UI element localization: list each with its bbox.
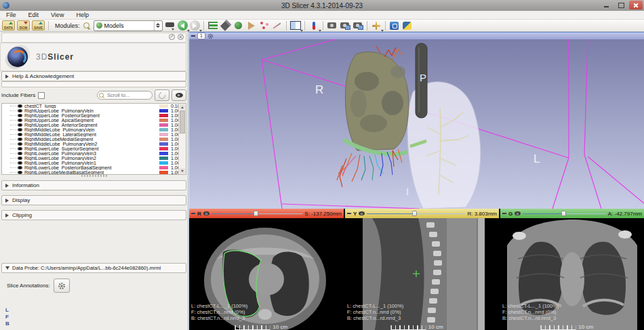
- model-color-swatch[interactable]: [159, 114, 168, 117]
- model-row[interactable]: RightUpperLobe_PulmonaryVein1.00: [2, 108, 186, 113]
- module-back-button[interactable]: [178, 20, 188, 30]
- combobox-spinner[interactable]: [154, 21, 162, 30]
- right-lung-model[interactable]: [345, 52, 408, 150]
- visibility-eye-icon[interactable]: [18, 166, 22, 169]
- model-color-swatch[interactable]: [159, 119, 168, 122]
- scene-view-capture-button[interactable]: [340, 20, 350, 30]
- model-color-swatch[interactable]: [159, 123, 168, 127]
- visibility-eye-icon[interactable]: [18, 114, 22, 117]
- panel-pin-icon[interactable]: [169, 34, 175, 40]
- red-slice-slider[interactable]: [212, 211, 303, 216]
- model-row[interactable]: RightMiddleLobe_PulmonaryVein21.00: [2, 142, 186, 146]
- load-data-button[interactable]: DATA: [2, 20, 15, 30]
- scroll-to-input[interactable]: [97, 91, 153, 100]
- yellow-visibility-eye-icon[interactable]: [359, 211, 365, 215]
- model-color-swatch[interactable]: [159, 128, 168, 131]
- model-row[interactable]: RightUpperLobe_PosteriorSegment1.00: [2, 113, 186, 118]
- model-color-swatch[interactable]: [159, 171, 168, 174]
- annotations-button[interactable]: [272, 20, 283, 30]
- red-pin-icon[interactable]: [191, 213, 195, 214]
- close-button[interactable]: [629, 1, 643, 9]
- minimize-button[interactable]: [599, 1, 613, 9]
- view3d-gear-icon[interactable]: [207, 33, 214, 39]
- model-row[interactable]: RightLowerLobe_PulmonaryVein21.00: [2, 156, 186, 161]
- visibility-eye-icon[interactable]: [18, 104, 22, 108]
- model-row[interactable]: RightMiddleLobe_PulmonaryVein1.00: [2, 127, 186, 132]
- visibility-eye-icon[interactable]: [18, 123, 22, 127]
- visibility-eye-icon[interactable]: [18, 133, 22, 136]
- section-display[interactable]: Display: [1, 195, 186, 205]
- module-forward-button[interactable]: [190, 20, 200, 30]
- model-color-swatch[interactable]: [159, 157, 168, 160]
- model-row[interactable]: RightLowerLobe_SuperiorSegment1.00: [2, 146, 186, 151]
- visibility-eye-icon[interactable]: [18, 147, 22, 150]
- green-slider-handle[interactable]: [561, 211, 566, 216]
- menu-file[interactable]: File: [0, 12, 22, 18]
- scrollbar-thumb[interactable]: [180, 110, 185, 133]
- model-color-swatch[interactable]: [159, 142, 168, 146]
- view3d-viewport[interactable]: R P L I: [189, 39, 644, 209]
- model-color-swatch[interactable]: [159, 133, 168, 136]
- volume-rendering-button[interactable]: [220, 20, 231, 30]
- red-slider-handle[interactable]: [254, 211, 258, 216]
- model-row[interactable]: RightMiddleLobe_LateralSegment1.00: [2, 132, 186, 137]
- python-console-button[interactable]: [402, 20, 413, 30]
- model-row[interactable]: chestCT_lungs0.18: [2, 104, 186, 108]
- red-visibility-eye-icon[interactable]: [203, 211, 209, 215]
- maximize-button[interactable]: [614, 1, 628, 9]
- subject-hierarchy-button[interactable]: [207, 20, 218, 30]
- panel-close-icon[interactable]: [178, 34, 184, 40]
- view3d-pin-icon[interactable]: [191, 35, 195, 37]
- visibility-eye-icon[interactable]: [18, 138, 22, 141]
- green-visibility-eye-icon[interactable]: [515, 211, 521, 215]
- visibility-all-button[interactable]: [172, 89, 186, 101]
- visibility-eye-icon[interactable]: [18, 128, 22, 131]
- models-button[interactable]: [246, 20, 257, 30]
- module-search-icon[interactable]: [83, 22, 89, 28]
- model-row[interactable]: RightMiddleLobeMedialSegment1.00: [2, 137, 186, 142]
- visibility-eye-icon[interactable]: [18, 142, 22, 146]
- markups-button[interactable]: [259, 20, 270, 30]
- model-color-swatch[interactable]: [159, 138, 168, 141]
- red-slice-viewport[interactable]: L: chestCT-L..._1 (100%)F: chestCT.n...n…: [189, 218, 344, 330]
- visibility-eye-icon[interactable]: [18, 161, 22, 165]
- mouse-mode-button[interactable]: [308, 20, 319, 30]
- model-color-swatch[interactable]: [159, 147, 168, 150]
- list-scrollbar[interactable]: [178, 104, 186, 174]
- include-fibers-checkbox[interactable]: [38, 92, 45, 99]
- screenshot-button[interactable]: [327, 20, 338, 30]
- model-color-swatch[interactable]: [159, 104, 168, 108]
- refresh-button[interactable]: [155, 89, 169, 101]
- visibility-eye-icon[interactable]: [18, 157, 22, 160]
- model-color-swatch[interactable]: [159, 152, 168, 155]
- model-row[interactable]: RightLowerLobe_PulmonaryVein11.00: [2, 161, 186, 165]
- model-row[interactable]: RightUpperLobe_AnteriorSegment1.00: [2, 123, 186, 127]
- section-help-acknowledgement[interactable]: Help & Acknowledgement: [1, 71, 186, 81]
- section-data-probe[interactable]: Data Probe: C:/Users/aminp/AppData/L...b…: [1, 263, 186, 273]
- menu-edit[interactable]: Edit: [22, 12, 45, 18]
- splitter-handle[interactable]: [81, 175, 107, 177]
- model-row[interactable]: RightLowerLobeMedialBasalSegment1.00: [2, 170, 186, 175]
- model-row[interactable]: RightUpperLobe_ApicalSegment1.00: [2, 118, 186, 123]
- crosshair-button[interactable]: [371, 20, 382, 30]
- menu-help[interactable]: Help: [70, 12, 95, 18]
- menu-view[interactable]: View: [45, 12, 70, 18]
- section-clipping[interactable]: Clipping: [1, 210, 186, 220]
- model-row[interactable]: RightLowerLobe_PulmonaryVein31.00: [2, 151, 186, 156]
- green-pin-icon[interactable]: [502, 213, 506, 214]
- save-button[interactable]: SAVE: [32, 20, 45, 30]
- module-history-button[interactable]: [165, 20, 176, 30]
- yellow-slice-viewport[interactable]: L: chestCT-L..._1 (100%)F: chestCT.n...n…: [345, 218, 499, 330]
- green-slice-viewport[interactable]: L: chestCT-L..._1 (100%)F: chestCT.n...n…: [500, 218, 644, 330]
- yellow-pin-icon[interactable]: [347, 213, 351, 214]
- visibility-eye-icon[interactable]: [18, 152, 22, 155]
- yellow-slice-slider[interactable]: [367, 211, 465, 216]
- yellow-slider-handle[interactable]: [412, 211, 417, 216]
- scroll-up-icon[interactable]: [181, 106, 184, 108]
- model-color-swatch[interactable]: [159, 166, 168, 169]
- model-color-swatch[interactable]: [159, 109, 168, 112]
- volumes-button[interactable]: [233, 20, 244, 30]
- model-color-swatch[interactable]: [159, 161, 168, 165]
- visibility-eye-icon[interactable]: [18, 109, 22, 112]
- green-slice-slider[interactable]: [523, 211, 606, 216]
